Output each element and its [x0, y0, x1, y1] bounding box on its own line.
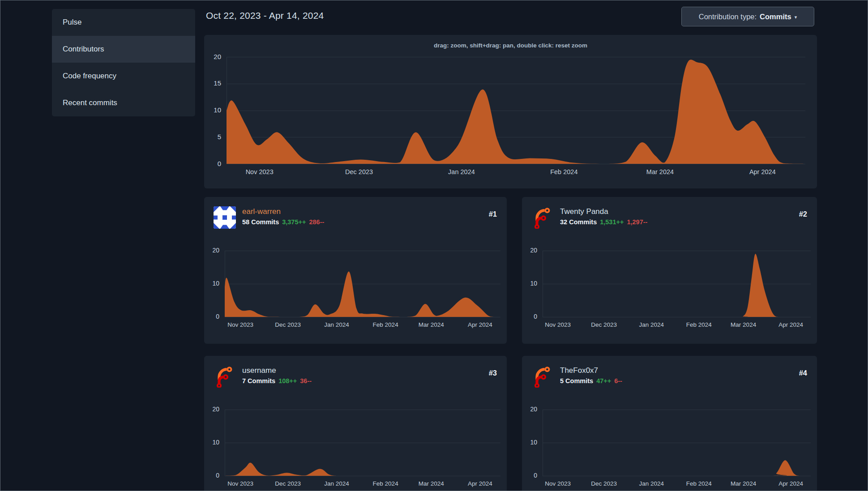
contributor-stats: 7 Commits108++36-- — [242, 377, 312, 384]
contributor-username[interactable]: TheFox0x7 — [560, 366, 598, 375]
y-axis-tick-label: 20 — [204, 247, 219, 254]
x-axis-tick-label: Feb 2024 — [544, 168, 584, 175]
commit-count: 58 Commits — [242, 218, 279, 226]
avatar-identicon[interactable] — [214, 206, 236, 229]
y-axis-tick-label: 20 — [204, 406, 219, 413]
commit-activity-area — [543, 460, 811, 476]
forgejo-logo-icon[interactable] — [214, 365, 236, 388]
x-axis-tick-label: Feb 2024 — [365, 321, 406, 328]
contributor-username[interactable]: username — [242, 366, 276, 375]
y-axis-tick-label: 10 — [204, 280, 219, 287]
x-axis-tick-label: Apr 2024 — [460, 321, 500, 328]
contributor-rank-badge: #4 — [799, 369, 807, 377]
commit-count: 32 Commits — [560, 218, 597, 226]
forgejo-logo-icon[interactable] — [531, 206, 554, 229]
contributor-username[interactable]: earl-warren — [242, 207, 281, 216]
additions-count: 3,375++ — [282, 218, 306, 226]
contributor-card-2: Twenty Panda 32 Commits1,531++1,297-- #2… — [522, 197, 817, 344]
y-axis-tick-label: 20 — [522, 247, 537, 254]
additions-count: 108++ — [278, 377, 297, 384]
y-axis-tick-label: 10 — [204, 106, 221, 114]
deletions-count: 36-- — [300, 377, 312, 384]
x-axis-tick-label: Feb 2024 — [679, 480, 719, 487]
sidebar-item-contributors[interactable]: Contributors — [52, 36, 195, 63]
x-axis-tick-label: Jan 2024 — [631, 480, 671, 487]
additions-count: 47++ — [596, 377, 611, 384]
x-axis-tick-label: Dec 2023 — [268, 321, 308, 328]
deletions-count: 1,297-- — [627, 218, 647, 226]
x-axis-tick-label: Dec 2023 — [584, 321, 624, 328]
x-axis-tick-label: Apr 2024 — [742, 168, 782, 175]
x-axis-tick-label: Dec 2023 — [339, 168, 379, 175]
commit-area-svg — [225, 251, 500, 317]
commit-area-svg — [227, 57, 805, 164]
y-axis-tick-label: 15 — [204, 79, 221, 87]
x-axis-tick-label: Jan 2024 — [316, 321, 357, 328]
x-axis-tick-label: Nov 2023 — [220, 321, 261, 328]
commit-area-svg — [543, 410, 811, 476]
commit-area-svg — [225, 410, 500, 476]
commit-count: 7 Commits — [242, 377, 275, 384]
y-axis-tick-label: 0 — [204, 313, 219, 320]
contribution-type-label: Contribution type: — [699, 13, 757, 21]
sidebar-item-pulse[interactable]: Pulse — [52, 9, 195, 36]
x-axis-tick-label: Nov 2023 — [239, 168, 280, 175]
y-axis-tick-label: 20 — [522, 406, 537, 413]
x-axis-tick-label: Feb 2024 — [679, 321, 719, 328]
y-axis-tick-label: 0 — [522, 313, 537, 320]
x-axis-tick-label: Mar 2024 — [411, 321, 451, 328]
y-axis-tick-label: 0 — [522, 472, 537, 479]
y-axis-tick-label: 10 — [522, 439, 537, 446]
x-axis-tick-label: Jan 2024 — [631, 321, 671, 328]
commit-activity-area — [227, 60, 805, 164]
x-axis-tick-label: Jan 2024 — [441, 168, 482, 175]
sidebar-item-code-frequency[interactable]: Code frequency — [52, 63, 195, 90]
contribution-type-value: Commits — [760, 13, 791, 21]
y-axis-tick-label: 10 — [204, 439, 219, 446]
x-axis-tick-label: Mar 2024 — [411, 480, 451, 487]
contributor-activity-chart[interactable]: 01020Nov 2023Dec 2023Jan 2024Feb 2024Mar… — [522, 401, 817, 491]
contributor-username[interactable]: Twenty Panda — [560, 207, 608, 216]
x-axis-tick-label: Nov 2023 — [538, 321, 578, 328]
x-axis-tick-label: Apr 2024 — [771, 480, 811, 487]
x-axis-tick-label: Apr 2024 — [771, 321, 811, 328]
commit-count: 5 Commits — [560, 377, 593, 384]
x-axis-tick-label: Nov 2023 — [538, 480, 578, 487]
commit-activity-chart[interactable]: 05101520Nov 2023Dec 2023Jan 2024Feb 2024… — [204, 35, 817, 188]
commit-activity-panel: drag: zoom, shift+drag: pan, double clic… — [204, 35, 817, 188]
contributor-rank-badge: #3 — [489, 369, 497, 377]
deletions-count: 6-- — [614, 377, 622, 384]
x-axis-tick-label: Mar 2024 — [723, 321, 764, 328]
x-axis-tick-label: Feb 2024 — [365, 480, 406, 487]
repo-activity-nav: Pulse Contributors Code frequency Recent… — [52, 9, 195, 116]
date-range-title: Oct 22, 2023 - Apr 14, 2024 — [206, 10, 324, 21]
commit-area-svg — [543, 251, 811, 317]
y-axis-tick-label: 0 — [204, 160, 221, 167]
y-axis-tick-label: 20 — [204, 53, 221, 60]
contributor-cards: earl-warren 58 Commits3,375++286-- #1 01… — [204, 197, 817, 491]
contributor-card-1: earl-warren 58 Commits3,375++286-- #1 01… — [204, 197, 507, 344]
contributor-rank-badge: #1 — [489, 210, 497, 218]
additions-count: 1,531++ — [600, 218, 624, 226]
contributor-stats: 58 Commits3,375++286-- — [242, 218, 324, 226]
chevron-down-icon: ▾ — [795, 14, 797, 20]
x-axis-tick-label: Mar 2024 — [723, 480, 764, 487]
contributor-activity-chart[interactable]: 01020Nov 2023Dec 2023Jan 2024Feb 2024Mar… — [204, 401, 507, 491]
x-axis-tick-label: Nov 2023 — [220, 480, 261, 487]
commit-activity-area — [225, 463, 500, 476]
contributor-stats: 32 Commits1,531++1,297-- — [560, 218, 647, 226]
sidebar-item-recent-commits[interactable]: Recent commits — [52, 90, 195, 116]
x-axis-tick-label: Jan 2024 — [316, 480, 357, 487]
forgejo-logo-icon[interactable] — [531, 365, 554, 388]
y-axis-tick-label: 0 — [204, 472, 219, 479]
contributors-page: { "sidebar": { "items": [ { "label": "Pu… — [0, 0, 868, 491]
contributor-stats: 5 Commits47++6-- — [560, 377, 622, 384]
contributor-rank-badge: #2 — [799, 210, 807, 218]
y-axis-tick-label: 5 — [204, 133, 221, 141]
x-axis-tick-label: Apr 2024 — [460, 480, 500, 487]
contributor-card-4: TheFox0x7 5 Commits47++6-- #4 01020Nov 2… — [522, 356, 817, 491]
contribution-type-dropdown[interactable]: Contribution type: Commits ▾ — [681, 7, 814, 26]
commit-activity-area — [543, 254, 811, 317]
x-axis-tick-label: Dec 2023 — [584, 480, 624, 487]
y-axis-tick-label: 10 — [522, 280, 537, 287]
